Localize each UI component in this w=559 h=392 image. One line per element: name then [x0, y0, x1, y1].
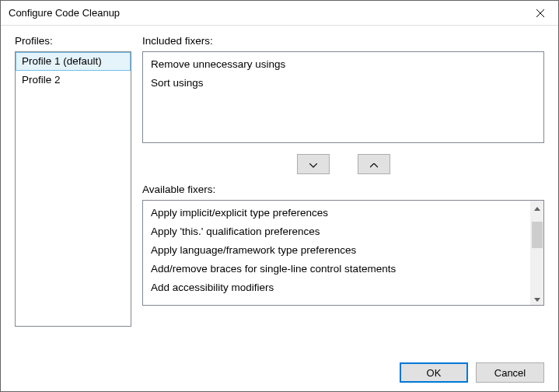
move-down-button[interactable] — [297, 154, 330, 174]
profile-item[interactable]: Profile 2 — [16, 71, 131, 89]
profile-item[interactable]: Profile 1 (default) — [16, 52, 131, 71]
profiles-label: Profiles: — [15, 35, 131, 47]
dialog-footer: OK Cancel — [1, 354, 558, 391]
content-area: Profiles: Profile 1 (default) Profile 2 … — [1, 26, 558, 354]
titlebar: Configure Code Cleanup — [1, 1, 558, 26]
included-fixers-listbox[interactable]: Remove unnecessary usings Sort usings — [142, 51, 544, 143]
included-label: Included fixers: — [142, 35, 544, 47]
available-fixer-item[interactable]: Apply implicit/explicit type preferences — [148, 204, 526, 222]
profiles-listbox[interactable]: Profile 1 (default) Profile 2 — [15, 51, 131, 327]
available-fixer-item[interactable]: Apply 'this.' qualification preferences — [148, 222, 526, 241]
included-fixer-item[interactable]: Sort usings — [148, 74, 539, 93]
scroll-track[interactable] — [530, 214, 543, 292]
scrollbar[interactable] — [530, 201, 543, 305]
scroll-thumb[interactable] — [532, 222, 543, 248]
included-fixer-item[interactable]: Remove unnecessary usings — [148, 55, 539, 74]
chevron-up-icon — [370, 159, 378, 170]
available-fixers-listbox[interactable]: Apply implicit/explicit type preferences… — [143, 201, 530, 305]
available-fixers-container: Apply implicit/explicit type preferences… — [142, 200, 544, 306]
window-title: Configure Code Cleanup — [9, 7, 120, 19]
fixers-column: Included fixers: Remove unnecessary usin… — [142, 35, 544, 354]
close-icon — [536, 7, 544, 19]
scroll-up-button[interactable] — [530, 201, 543, 214]
available-fixer-item[interactable]: Apply language/framework type preference… — [148, 241, 526, 260]
profiles-column: Profiles: Profile 1 (default) Profile 2 — [15, 35, 131, 354]
ok-button[interactable]: OK — [400, 362, 468, 383]
available-section: Available fixers: Apply implicit/explici… — [142, 184, 544, 354]
move-buttons-row — [142, 143, 544, 184]
close-button[interactable] — [522, 1, 558, 25]
move-up-button[interactable] — [358, 154, 390, 174]
available-label: Available fixers: — [142, 184, 544, 195]
available-fixer-item[interactable]: Add/remove braces for single-line contro… — [148, 260, 526, 278]
available-fixer-item[interactable]: Add accessibility modifiers — [148, 278, 526, 297]
chevron-down-icon — [309, 159, 317, 170]
chevron-down-icon — [534, 292, 540, 304]
dialog-window: Configure Code Cleanup Profiles: Profile… — [0, 0, 559, 392]
cancel-button[interactable]: Cancel — [476, 362, 544, 383]
chevron-up-icon — [534, 201, 540, 213]
scroll-down-button[interactable] — [530, 292, 543, 305]
